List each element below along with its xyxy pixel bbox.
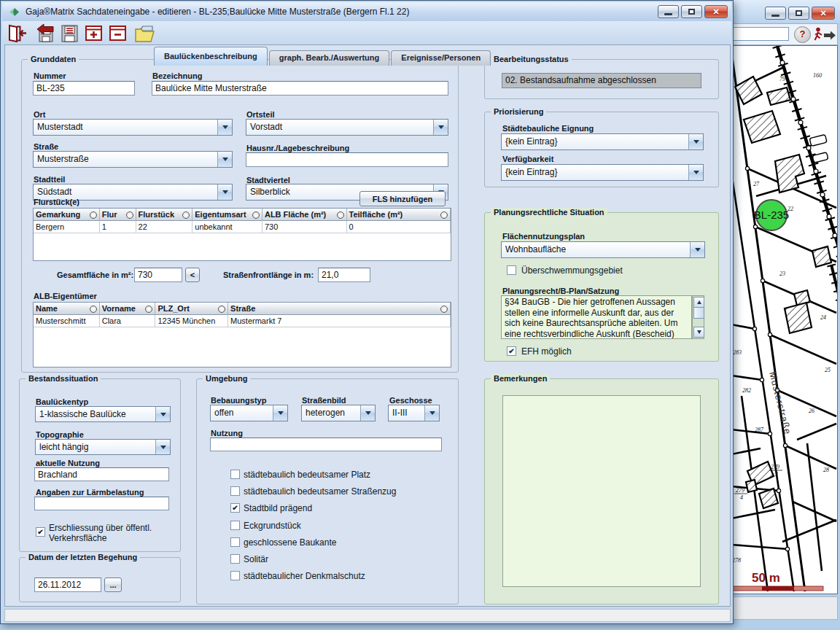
cell-plz-ort[interactable]: 12345 München: [155, 315, 228, 327]
dialog-close-button[interactable]: ✕: [704, 5, 728, 18]
sort-icon[interactable]: [126, 211, 133, 219]
aktuelle-nutzung-input[interactable]: Brachland: [34, 467, 169, 481]
sort-icon[interactable]: [252, 211, 260, 219]
baukante-checkbox[interactable]: [230, 537, 240, 547]
dialog-minimize-button[interactable]: [658, 5, 679, 18]
solitaer-checkbox[interactable]: [230, 554, 240, 564]
chevron-down-icon[interactable]: [360, 405, 375, 421]
strasse-select[interactable]: Musterstraße: [33, 151, 233, 168]
chevron-down-icon[interactable]: [688, 134, 703, 149]
cell-strasse[interactable]: Mustermarkt 7: [228, 315, 451, 327]
topographie-select[interactable]: leicht hängig: [35, 439, 171, 455]
begehung-datum-input[interactable]: 26.11.2012: [34, 578, 101, 592]
erschliessung-checkbox[interactable]: ✔: [36, 527, 45, 537]
strassenbild-select[interactable]: heterogen: [301, 405, 376, 421]
bemerkungen-textarea[interactable]: [502, 395, 701, 587]
eignung-select[interactable]: {kein Eintrag}: [501, 133, 704, 150]
table-row[interactable]: Bergern 1 22 unbekannt 730 0: [34, 221, 451, 233]
table-row[interactable]: Musterschmitt Clara 12345 München Muster…: [34, 315, 451, 327]
open-folder-button[interactable]: [133, 23, 157, 44]
sort-icon[interactable]: [440, 211, 448, 219]
exit-door-button[interactable]: [5, 23, 28, 44]
cell-flur[interactable]: 1: [100, 221, 136, 233]
col-teilflaeche[interactable]: Teilfläche (m²): [349, 210, 403, 219]
chevron-down-icon[interactable]: [688, 165, 703, 180]
geschosse-select[interactable]: II-III: [388, 405, 440, 421]
laermbelastung-input[interactable]: [34, 497, 169, 510]
copy-area-button[interactable]: <: [185, 268, 200, 282]
strassenfront-input[interactable]: 21,0: [318, 268, 370, 282]
close-button[interactable]: ✕: [812, 7, 835, 20]
sort-icon[interactable]: [90, 306, 97, 313]
save-button[interactable]: [58, 23, 81, 44]
chevron-down-icon[interactable]: [217, 184, 232, 200]
scroll-up-icon[interactable]: [693, 297, 704, 308]
fnp-select[interactable]: Wohnbaufläche: [501, 241, 705, 258]
bplan-textarea[interactable]: §34 BauGB - Die hier getroffenen Aussage…: [501, 295, 692, 339]
sort-icon[interactable]: [145, 306, 152, 313]
chevron-down-icon[interactable]: [273, 405, 287, 421]
ort-select[interactable]: Musterstadt: [33, 119, 233, 136]
scroll-down-icon[interactable]: [693, 327, 704, 338]
nummer-input[interactable]: BL-235: [33, 81, 135, 96]
bebauungstyp-select[interactable]: offen: [210, 405, 288, 421]
sort-icon[interactable]: [440, 306, 448, 313]
tab-baulueckenbeschreibung[interactable]: Baulückenbeschreibung: [154, 47, 268, 66]
cell-eigentumsart[interactable]: unbekannt: [192, 221, 262, 233]
minimize-button[interactable]: [765, 7, 786, 20]
help-button[interactable]: ?: [794, 26, 811, 43]
col-flur[interactable]: Flur: [102, 210, 117, 219]
sort-icon[interactable]: [218, 306, 225, 313]
maximize-button[interactable]: [788, 7, 809, 20]
col-vorname[interactable]: Vorname: [102, 304, 136, 313]
umgebung-nutzung-input[interactable]: [210, 438, 442, 451]
platz-checkbox[interactable]: [230, 470, 240, 479]
efh-moeglich-checkbox[interactable]: ✔: [507, 346, 516, 356]
cell-teilflaeche[interactable]: 0: [347, 221, 451, 233]
tab-graph-bearb-auswertung[interactable]: graph. Bearb./Auswertung: [269, 50, 390, 66]
chevron-down-icon[interactable]: [433, 120, 448, 135]
remove-record-button[interactable]: [106, 23, 129, 44]
col-flurstueck[interactable]: Flurstück: [139, 210, 175, 219]
bezeichnung-input[interactable]: Baulücke Mitte Musterstraße: [152, 81, 448, 96]
col-name[interactable]: Name: [36, 304, 58, 313]
strassenzug-checkbox[interactable]: [230, 486, 240, 496]
chevron-down-icon[interactable]: [424, 405, 439, 421]
col-plz-ort[interactable]: PLZ_Ort: [158, 304, 189, 313]
datum-picker-button[interactable]: ...: [104, 578, 122, 592]
cell-vorname[interactable]: Clara: [100, 315, 156, 327]
cell-alb-flaeche[interactable]: 730: [262, 221, 347, 233]
exit-run-icon[interactable]: [812, 26, 836, 43]
scroll-thumb[interactable]: [693, 307, 704, 319]
cell-gemarkung[interactable]: Bergern: [34, 221, 100, 233]
gesamtflaeche-input[interactable]: 730: [134, 268, 182, 282]
verfuegbarkeit-select[interactable]: {kein Eintrag}: [501, 164, 704, 181]
ueberschwemmungsgebiet-checkbox[interactable]: [507, 265, 516, 275]
chevron-down-icon[interactable]: [217, 152, 232, 167]
chevron-down-icon[interactable]: [217, 120, 232, 135]
cell-name[interactable]: Musterschmitt: [34, 315, 100, 327]
chevron-down-icon[interactable]: [155, 440, 170, 454]
col-gemarkung[interactable]: Gemarkung: [36, 210, 80, 219]
col-eigentumsart[interactable]: Eigentumsart: [195, 210, 246, 219]
cell-flurstueck[interactable]: 22: [136, 221, 193, 233]
stadtbild-checkbox[interactable]: ✔: [230, 503, 240, 513]
tab-ereignisse-personen[interactable]: Ereignisse/Personen: [391, 50, 491, 66]
sort-icon[interactable]: [337, 211, 344, 219]
ortsteil-select[interactable]: Vorstadt: [246, 119, 448, 136]
save-back-button[interactable]: [33, 23, 56, 44]
col-alb-flaeche[interactable]: ALB Fläche (m²): [265, 210, 326, 219]
col-strasse[interactable]: Straße: [230, 304, 255, 313]
hausnr-input[interactable]: [246, 152, 448, 167]
bplan-scrollbar[interactable]: [692, 295, 704, 339]
chevron-down-icon[interactable]: [155, 407, 170, 421]
baulueckentyp-select[interactable]: 1-klassische Baulücke: [35, 406, 171, 422]
sort-icon[interactable]: [182, 211, 190, 219]
chevron-down-icon[interactable]: [690, 242, 704, 257]
add-record-button[interactable]: [82, 23, 105, 44]
eckgrundstueck-checkbox[interactable]: [230, 521, 240, 530]
denkmalschutz-checkbox[interactable]: [230, 571, 240, 580]
fls-hinzufuegen-button[interactable]: FLS hinzufügen: [359, 191, 446, 206]
dialog-maximize-button[interactable]: [681, 5, 702, 18]
sort-icon[interactable]: [90, 211, 97, 219]
